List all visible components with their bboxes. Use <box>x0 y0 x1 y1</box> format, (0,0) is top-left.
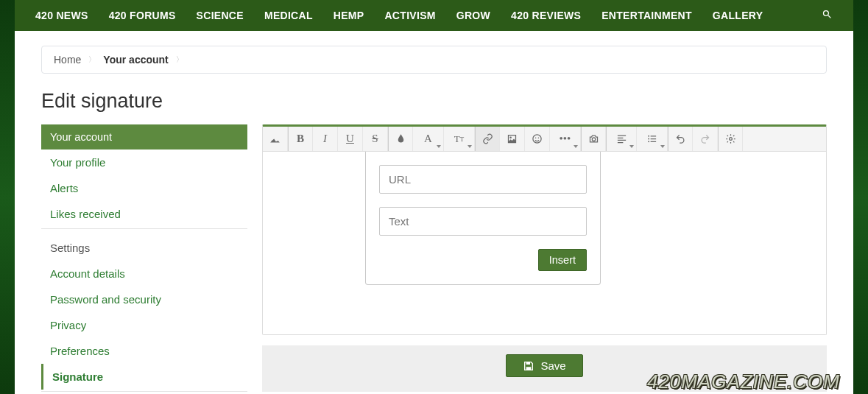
more-icon[interactable]: ••• <box>550 127 581 151</box>
strike-icon[interactable]: S <box>363 127 388 151</box>
nav-item[interactable]: ENTERTAINMENT <box>601 10 692 21</box>
font-family-icon[interactable]: A <box>413 127 444 151</box>
bold-icon[interactable]: B <box>288 127 313 151</box>
sidebar-item-profile[interactable]: Your profile <box>41 149 247 175</box>
svg-point-1 <box>533 135 541 143</box>
sidebar-item-preferences[interactable]: Preferences <box>41 338 247 364</box>
svg-point-3 <box>538 138 540 139</box>
svg-point-2 <box>535 138 537 139</box>
nav-item[interactable]: SCIENCE <box>197 10 244 21</box>
italic-icon[interactable]: I <box>313 127 338 151</box>
svg-point-0 <box>509 136 512 138</box>
sidebar-item-alerts[interactable]: Alerts <box>41 175 247 201</box>
color-icon[interactable] <box>388 127 413 151</box>
link-popover: Insert <box>365 152 601 285</box>
top-nav: 420 NEWS 420 FORUMS SCIENCE MEDICAL HEMP… <box>15 0 853 31</box>
save-button[interactable]: Save <box>506 354 582 377</box>
save-label: Save <box>540 359 565 372</box>
breadcrumb: Home 〉 Your account 〉 <box>41 46 827 74</box>
link-url-input[interactable] <box>379 165 587 194</box>
svg-point-4 <box>592 138 595 141</box>
sidebar-item-likes[interactable]: Likes received <box>41 201 247 227</box>
sidebar-item-signature[interactable]: Signature <box>41 364 247 390</box>
main-content: B I U S A TT ••• <box>262 124 827 394</box>
chevron-right-icon: 〉 <box>88 54 96 65</box>
editor-toolbar: B I U S A TT ••• <box>263 127 826 152</box>
nav-item[interactable]: 420 FORUMS <box>109 10 176 21</box>
sidebar-head[interactable]: Your account <box>41 124 247 149</box>
image-icon[interactable] <box>500 127 525 151</box>
settings-icon[interactable] <box>718 127 743 151</box>
top-nav-items: 420 NEWS 420 FORUMS SCIENCE MEDICAL HEMP… <box>35 10 822 21</box>
svg-point-8 <box>729 138 732 141</box>
breadcrumb-home[interactable]: Home <box>54 54 81 66</box>
nav-item[interactable]: 420 REVIEWS <box>511 10 581 21</box>
account-sidebar: Your account Your profile Alerts Likes r… <box>41 124 247 394</box>
link-text-input[interactable] <box>379 207 587 236</box>
undo-icon[interactable] <box>668 127 693 151</box>
svg-point-5 <box>648 136 649 137</box>
search-icon[interactable] <box>822 9 833 23</box>
insert-button[interactable]: Insert <box>538 249 587 271</box>
svg-point-6 <box>648 138 649 140</box>
signature-editor: B I U S A TT ••• <box>262 124 827 335</box>
redo-icon[interactable] <box>693 127 718 151</box>
font-size-icon[interactable]: TT <box>444 127 475 151</box>
nav-item[interactable]: GALLERY <box>713 10 763 21</box>
chevron-right-icon: 〉 <box>176 54 183 65</box>
nav-item[interactable]: GROW <box>456 10 490 21</box>
link-icon[interactable] <box>475 127 500 151</box>
breadcrumb-current[interactable]: Your account <box>103 54 168 66</box>
svg-point-7 <box>648 141 649 142</box>
camera-icon[interactable] <box>581 127 606 151</box>
nav-item[interactable]: MEDICAL <box>264 10 313 21</box>
editor-body[interactable]: Insert <box>263 152 826 334</box>
list-icon[interactable] <box>637 127 668 151</box>
save-icon <box>523 360 534 372</box>
nav-item[interactable]: HEMP <box>334 10 364 21</box>
sidebar-item-privacy[interactable]: Privacy <box>41 312 247 338</box>
nav-item[interactable]: ACTIVISM <box>384 10 435 21</box>
align-icon[interactable] <box>606 127 637 151</box>
smile-icon[interactable] <box>525 127 550 151</box>
remove-format-icon[interactable] <box>263 127 288 151</box>
sidebar-item-account-details[interactable]: Account details <box>41 261 247 286</box>
underline-icon[interactable]: U <box>338 127 363 151</box>
nav-item[interactable]: 420 NEWS <box>35 10 88 21</box>
sidebar-item-password[interactable]: Password and security <box>41 286 247 312</box>
sidebar-settings-label: Settings <box>41 235 247 261</box>
watermark-logo: 420MAGAZINE.COM <box>647 370 840 393</box>
page-title: Edit signature <box>41 90 827 113</box>
